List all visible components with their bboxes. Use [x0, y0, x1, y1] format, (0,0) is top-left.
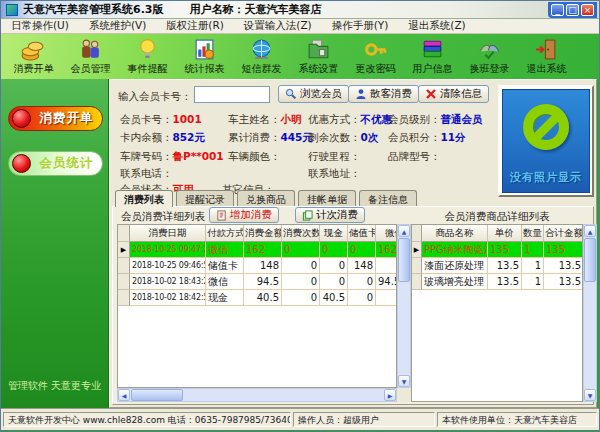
- menu-system-maintain[interactable]: 系统维护(V): [89, 19, 146, 33]
- scrollbar-thumb[interactable]: [584, 238, 596, 282]
- close-button[interactable]: ×: [581, 4, 594, 16]
- scrollbar-thumb[interactable]: [398, 238, 410, 282]
- toolbar-exit[interactable]: 退出系统: [518, 35, 575, 79]
- toolbar-sms[interactable]: 短信群发: [233, 35, 290, 79]
- browse-member-button[interactable]: 浏览会员: [278, 85, 349, 103]
- sidebar-member-stats-button[interactable]: 会员统计: [8, 151, 103, 176]
- table-row[interactable]: ▶ PPG纳米陶瓷清漆 135 1 135: [412, 242, 583, 258]
- report-chart-icon: [192, 37, 217, 62]
- field-brand-model: 品牌型号：: [388, 150, 441, 164]
- toolbar-member-manage[interactable]: 会员管理: [62, 35, 119, 79]
- toolbar-event-remind[interactable]: 事件提醒: [119, 35, 176, 79]
- no-photo-watermark: 没有照片显示: [503, 170, 589, 185]
- guest-consume-button[interactable]: 散客消费: [348, 85, 419, 103]
- settings-folder-icon: [306, 37, 331, 62]
- maximize-button[interactable]: □: [566, 4, 579, 16]
- field-discount-type: 优惠方式：不优惠: [308, 113, 392, 127]
- sidebar-consume-order-button[interactable]: 消费开单: [8, 106, 103, 131]
- menu-exit[interactable]: 退出系统(Z): [408, 19, 465, 33]
- minimize-button[interactable]: _: [551, 4, 564, 16]
- menu-input-method[interactable]: 设置输入法(Z): [244, 19, 312, 33]
- title-bar: 天意汽车美容管理系统6.3版 用户名称：天意汽车美容店 _ □ ×: [1, 1, 599, 19]
- window-controls: _ □ ×: [548, 2, 597, 18]
- scrollbar-corner: [397, 388, 411, 402]
- menu-manual[interactable]: 操作手册(Y): [332, 19, 389, 33]
- menu-bar: 日常操作(U) 系统维护(V) 版权注册(R) 设置输入法(Z) 操作手册(Y)…: [1, 19, 599, 34]
- field-mileage: 行驶里程：: [308, 150, 361, 164]
- consumption-table-hscrollbar[interactable]: ◀ ▶: [117, 388, 397, 402]
- field-owner-name: 车主姓名：小明: [228, 113, 302, 127]
- table-row[interactable]: 2018-10-25 09:46:55 储值卡 148 0 0 148: [118, 258, 397, 274]
- field-remaining-times: 剩余次数：0次: [308, 131, 378, 145]
- menu-daily-operation[interactable]: 日常操作(U): [11, 19, 69, 33]
- field-plate-number: 车牌号码：鲁P**001: [120, 150, 224, 164]
- goods-table-vscrollbar[interactable]: ▲ ▼: [583, 224, 597, 402]
- main-panel: 输入会员卡号： 浏览会员 散客消费 清除信息 添加会员 会员卡号：1001 车主…: [109, 79, 597, 408]
- toolbar-consume-order[interactable]: 消费开单: [5, 35, 62, 79]
- tab-credit-bills[interactable]: 挂帐单据: [298, 190, 356, 207]
- table-row[interactable]: 玻璃增亮处理 13.5 1 13.5: [412, 274, 583, 290]
- status-operator: 操作人员：超级用户: [293, 412, 435, 427]
- consumption-table-vscrollbar[interactable]: ▲ ▼: [397, 224, 411, 388]
- member-photo-panel: 没有照片显示: [498, 85, 594, 197]
- toolbar: 消费开单 会员管理 事件提醒 统计报表 短信群发 系统设置 更改密码 用户信息: [1, 34, 599, 79]
- window-title: 天意汽车美容管理系统6.3版: [23, 2, 164, 17]
- field-total-consume: 累计消费：445元: [228, 131, 313, 145]
- scroll-right-arrow[interactable]: ▶: [384, 389, 396, 401]
- add-consume-button[interactable]: 增加消费: [209, 207, 279, 223]
- tab-consume-list[interactable]: 消费列表: [115, 190, 173, 207]
- toolbar-report[interactable]: 统计报表: [176, 35, 233, 79]
- field-member-level: 会员级别：普通会员: [388, 113, 483, 127]
- window-user-label: 用户名称：天意汽车美容店: [190, 2, 322, 17]
- red-x-icon: [425, 88, 437, 100]
- consumption-table: 消费日期 付款方式 消费金额 消费次数 现金 储值卡 微信 ▶ 2018-10-…: [117, 224, 397, 388]
- field-card-number: 会员卡号：1001: [120, 113, 202, 127]
- toolbar-shift-login[interactable]: 换班登录: [461, 35, 518, 79]
- scrollbar-thumb[interactable]: [131, 389, 183, 401]
- tab-remind-records[interactable]: 提醒记录: [176, 190, 234, 207]
- field-card-balance: 卡内余额：852元: [120, 131, 205, 145]
- table-row[interactable]: 漆面还原处理 13.5 1 13.5: [412, 258, 583, 274]
- magnifier-icon: [285, 88, 297, 100]
- tab-exchange-goods[interactable]: 兑换商品: [237, 190, 295, 207]
- copy-sheet-icon: [302, 210, 313, 221]
- status-license-unit: 本软件使用单位：天意汽车美容店: [437, 412, 597, 427]
- status-developer-info: 天意软件开发中心 www.chle828.com 电话：0635-7987985…: [3, 412, 291, 427]
- scroll-left-arrow[interactable]: ◀: [118, 389, 130, 401]
- red-sphere-icon: [12, 109, 31, 128]
- card-number-label: 输入会员卡号：: [118, 90, 192, 104]
- menu-copyright-register[interactable]: 版权注册(R): [166, 19, 224, 33]
- toolbar-change-password[interactable]: 更改密码: [347, 35, 404, 79]
- row-marker: ▶: [412, 242, 422, 258]
- table-row[interactable]: 2018-10-02 18:43:20 微信 94.5 0 0 0 94.5: [118, 274, 397, 290]
- consume-list-tabpage: 会员消费详细列表 增加消费 计次消费 会员消费商品详细列表 消费日期 付款方式 …: [112, 206, 594, 405]
- field-car-color: 车辆颜色：: [228, 150, 281, 164]
- red-sphere-icon: [12, 154, 31, 173]
- consume-detail-title: 会员消费详细列表: [121, 210, 205, 224]
- field-member-points: 会员积分：11分: [388, 131, 466, 145]
- bulb-icon: [135, 37, 160, 62]
- tab-strip: 消费列表 提醒记录 兑换商品 挂帐单据 备注信息: [115, 190, 417, 207]
- goods-detail-title: 会员消费商品详细列表: [411, 210, 583, 224]
- scroll-down-arrow[interactable]: ▼: [584, 389, 596, 401]
- scroll-up-arrow[interactable]: ▲: [398, 225, 410, 237]
- row-marker: ▶: [118, 242, 130, 258]
- table-row[interactable]: 2018-10-02 18:42:58 现金 40.5 0 40.5 0: [118, 290, 397, 306]
- card-number-input[interactable]: [194, 86, 270, 103]
- clear-info-button[interactable]: 清除信息: [418, 85, 489, 103]
- shift-login-icon: [477, 37, 502, 62]
- toolbar-user-info[interactable]: 用户信息: [404, 35, 461, 79]
- members-icon: [78, 37, 103, 62]
- goods-table-header: 商品名称 单价 数量 合计金额: [412, 225, 583, 242]
- goods-table: 商品名称 单价 数量 合计金额 ▶ PPG纳米陶瓷清漆 135 1 135 漆面…: [411, 224, 583, 402]
- coins-icon: [21, 37, 46, 62]
- scroll-up-arrow[interactable]: ▲: [584, 225, 596, 237]
- app-window: 天意汽车美容管理系统6.3版 用户名称：天意汽车美容店 _ □ × 日常操作(U…: [0, 0, 600, 432]
- count-consume-button[interactable]: 计次消费: [295, 207, 365, 223]
- scroll-down-arrow[interactable]: ▼: [398, 375, 410, 387]
- exit-door-icon: [534, 37, 559, 62]
- toolbar-settings[interactable]: 系统设置: [290, 35, 347, 79]
- table-row[interactable]: ▶ 2018-10-25 09:47:27 微信 162 0 0 0 162: [118, 242, 397, 258]
- consumption-table-header: 消费日期 付款方式 消费金额 消费次数 现金 储值卡 微信: [118, 225, 397, 242]
- tab-remarks[interactable]: 备注信息: [359, 190, 417, 207]
